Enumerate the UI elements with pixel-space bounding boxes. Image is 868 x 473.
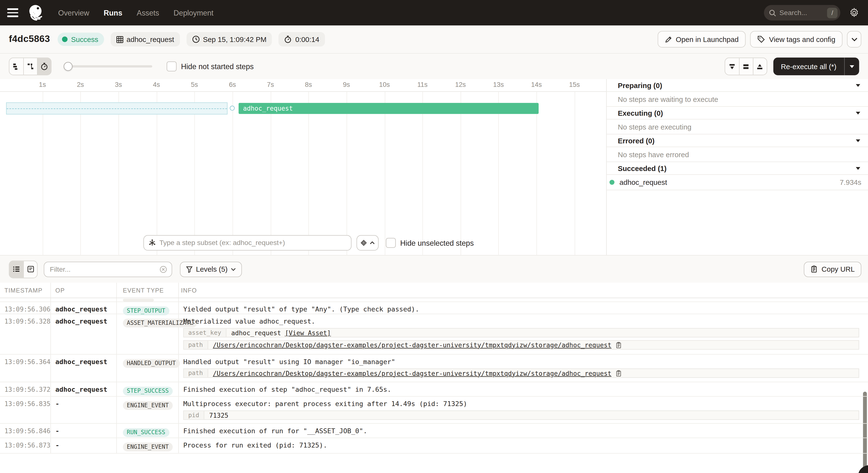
storage-path-link[interactable]: /Users/erincochran/Desktop/dagster-examp… — [213, 369, 612, 377]
copy-url-button[interactable]: Copy URL — [804, 262, 862, 277]
metadata-key: pid — [184, 411, 204, 419]
gantt-timed-view-button[interactable] — [37, 58, 51, 74]
gantt-zoom-slider[interactable] — [64, 62, 152, 71]
search-input[interactable] — [779, 9, 827, 16]
caret-down-icon — [850, 65, 854, 68]
axis-tick: 15s — [569, 81, 580, 89]
axis-tick: 10s — [379, 81, 390, 89]
collapse-up-button[interactable] — [753, 58, 767, 74]
axis-tick: 6s — [229, 81, 236, 89]
step-waiting-bar — [6, 102, 227, 114]
hide-not-started-checkbox[interactable] — [166, 61, 177, 71]
log-timestamp: 13:09:56.846 — [0, 424, 51, 438]
log-row[interactable]: 13:09:56.846 - RUN_SUCCESS Finished exec… — [0, 424, 868, 438]
axis-tick: 3s — [115, 81, 122, 89]
reexecute-all-button[interactable]: Re-execute all (*) — [773, 58, 844, 75]
clear-filter-icon[interactable] — [159, 265, 167, 273]
log-timestamp: 13:09:56.328 — [0, 314, 51, 354]
log-timestamp: 13:09:56.364 — [0, 354, 51, 382]
gantt-waterfall-view-button[interactable] — [23, 58, 37, 74]
chevron-down-icon — [851, 37, 857, 41]
nav-runs[interactable]: Runs — [104, 8, 122, 17]
copy-path-icon[interactable] — [615, 341, 621, 348]
log-structured-view-button[interactable] — [23, 261, 37, 277]
metadata-row: path /Users/erincochran/Desktop/dagster-… — [183, 340, 859, 350]
log-row[interactable]: 13:09:56.306 adhoc_request STEP_OUTPUT Y… — [0, 302, 868, 314]
section-errored[interactable]: Errored (0) — [607, 134, 868, 147]
view-asset-link[interactable]: [View Asset] — [285, 329, 331, 337]
view-tags-config-button[interactable]: View tags and config — [750, 31, 842, 47]
run-more-actions-button[interactable] — [847, 31, 861, 47]
log-op: adhoc_request — [51, 302, 116, 315]
log-info: Handled output "result" using IO manager… — [178, 354, 868, 382]
graph-query-toggle-button[interactable] — [356, 235, 379, 250]
global-search[interactable]: / — [764, 5, 840, 21]
section-collapse-icon[interactable] — [856, 139, 860, 142]
step-status-panel: Preparing (0) No steps are waiting to ex… — [606, 79, 868, 255]
event-type-badge: STEP_OUTPUT — [123, 306, 169, 315]
collapse-down-button[interactable] — [725, 58, 739, 74]
gantt-toolbar-right: Re-execute all (*) — [724, 58, 859, 75]
log-op: adhoc_request — [51, 382, 116, 396]
axis-tick: 7s — [267, 81, 274, 89]
log-timestamp: 13:09:56.372 — [0, 382, 51, 396]
dagster-logo[interactable] — [26, 3, 46, 23]
metadata-key: asset_key — [184, 329, 226, 337]
step-subset-field[interactable] — [144, 235, 352, 250]
section-preparing[interactable]: Preparing (0) — [607, 79, 868, 92]
dagster-run-page: Overview Runs Assets Deployment / — [0, 0, 868, 473]
log-op: - — [51, 438, 116, 453]
section-collapse-icon[interactable] — [856, 167, 860, 170]
chevron-down-icon — [231, 268, 236, 271]
log-info: Materialized value adhoc_request. asset_… — [178, 314, 868, 354]
open-in-launchpad-button[interactable]: Open in Launchpad — [657, 31, 746, 47]
copy-path-icon[interactable] — [615, 370, 621, 376]
log-row[interactable]: 13:09:56.364 adhoc_request HANDLED_OUTPU… — [0, 354, 868, 382]
step-gantt-bar[interactable]: adhoc_request — [239, 103, 538, 114]
hide-unselected-checkbox[interactable] — [386, 238, 396, 248]
log-collapse-group — [724, 58, 767, 75]
hide-unselected-row: Hide unselected steps — [386, 238, 474, 248]
log-toolbar: Levels (5) Copy URL — [0, 255, 868, 282]
section-collapse-icon[interactable] — [856, 84, 860, 87]
reexecute-dropdown-button[interactable] — [845, 58, 859, 75]
settings-gear-icon[interactable] — [849, 8, 859, 18]
reexecute-split-button: Re-execute all (*) — [773, 58, 859, 75]
log-row[interactable]: 13:09:56.328 adhoc_request ASSET_MATERIA… — [0, 314, 868, 354]
executing-empty-text: No steps are executing — [607, 120, 868, 135]
hamburger-menu-icon[interactable] — [7, 6, 22, 20]
nav-assets[interactable]: Assets — [137, 8, 159, 17]
log-filter-field[interactable] — [44, 262, 172, 277]
search-icon — [769, 9, 776, 16]
log-filter-input[interactable] — [50, 265, 159, 273]
metadata-value: 71325 — [209, 411, 228, 419]
log-row[interactable]: 13:09:56.835 - ENGINE_EVENT Multiprocess… — [0, 397, 868, 424]
storage-path-link[interactable]: /Users/erincochran/Desktop/dagster-examp… — [213, 341, 612, 349]
tag-icon — [757, 35, 765, 43]
slider-thumb[interactable] — [64, 62, 72, 71]
layers-diamond-icon — [361, 239, 367, 246]
nav-right-cluster: / — [764, 5, 859, 21]
section-succeeded[interactable]: Succeeded (1) — [607, 162, 868, 175]
axis-tick: 1s — [39, 81, 46, 89]
step-subset-input[interactable] — [159, 239, 347, 247]
log-row[interactable]: 13:09:56.372 adhoc_request STEP_SUCCESS … — [0, 382, 868, 397]
col-timestamp: TIMESTAMP — [4, 287, 42, 294]
log-timestamp: 13:09:56.873 — [0, 438, 51, 453]
job-name-pill[interactable]: adhoc_request — [111, 32, 180, 46]
section-collapse-icon[interactable] — [856, 111, 860, 114]
clock-icon — [192, 35, 199, 43]
gantt-flat-view-button[interactable] — [9, 58, 23, 74]
axis-tick: 9s — [343, 81, 350, 89]
succeeded-step-row[interactable]: adhoc_request 7.934s — [607, 175, 868, 191]
preparing-empty-text: No steps are waiting to execute — [607, 92, 868, 107]
levels-filter-button[interactable]: Levels (5) — [180, 262, 242, 277]
op-selector-icon — [148, 239, 156, 247]
fit-rows-button[interactable] — [739, 58, 753, 74]
section-executing[interactable]: Executing (0) — [607, 107, 868, 119]
log-timestamp: 13:09:56.835 — [0, 397, 51, 423]
nav-deployment[interactable]: Deployment — [174, 8, 213, 17]
log-row[interactable]: 13:09:56.873 - ENGINE_EVENT Process for … — [0, 438, 868, 453]
nav-overview[interactable]: Overview — [58, 8, 89, 17]
log-list-view-button[interactable] — [9, 261, 23, 277]
